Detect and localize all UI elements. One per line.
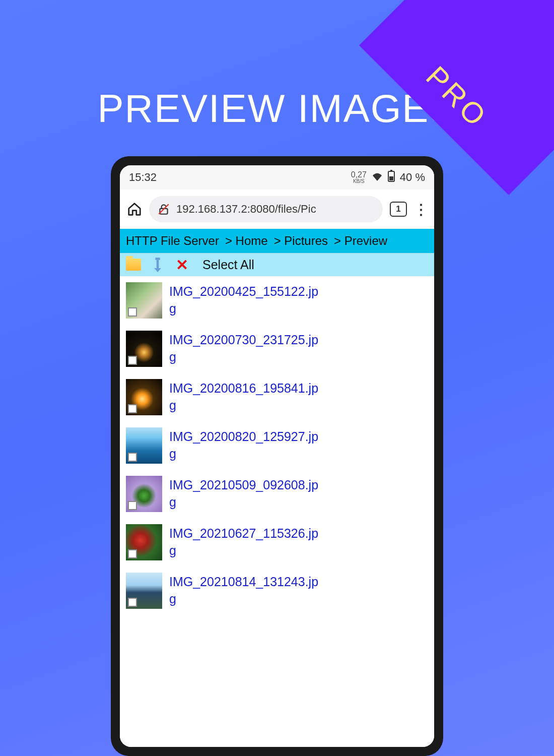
delete-icon[interactable]: ✕: [174, 257, 189, 272]
file-name-link[interactable]: IMG_20210627_115326.jpg: [169, 525, 320, 559]
file-thumbnail[interactable]: [126, 524, 162, 560]
file-row[interactable]: IMG_20200820_125927.jpg: [120, 421, 434, 470]
wifi-icon: [372, 171, 383, 184]
file-row[interactable]: IMG_20210627_115326.jpg: [120, 518, 434, 566]
file-row[interactable]: IMG_20200816_195841.jpg: [120, 373, 434, 421]
file-checkbox[interactable]: [128, 453, 137, 462]
file-name-link[interactable]: IMG_20200425_155122.jpg: [169, 283, 320, 318]
file-name-link[interactable]: IMG_20210509_092608.jpg: [169, 477, 320, 511]
file-thumbnail[interactable]: [126, 379, 162, 415]
file-checkbox[interactable]: [128, 356, 137, 365]
file-name-link[interactable]: IMG_20210814_131243.jpg: [169, 574, 320, 608]
svg-rect-2: [389, 176, 393, 180]
svg-rect-1: [390, 170, 392, 171]
file-row[interactable]: IMG_20210509_092608.jpg: [120, 470, 434, 518]
file-name-link[interactable]: IMG_20200820_125927.jpg: [169, 428, 320, 463]
breadcrumb: HTTP File Server > Home > Pictures > Pre…: [120, 229, 434, 253]
device-frame: 15:32 0,27 KB/S 40 %: [111, 156, 443, 756]
tab-count: 1: [396, 204, 400, 214]
file-row[interactable]: IMG_20210814_131243.jpg: [120, 566, 434, 615]
file-thumbnail[interactable]: [126, 427, 162, 464]
data-rate: 0,27 KB/S: [351, 171, 367, 184]
file-checkbox[interactable]: [128, 598, 137, 607]
svg-rect-5: [155, 258, 160, 260]
file-thumbnail[interactable]: [126, 331, 162, 367]
file-checkbox[interactable]: [128, 404, 137, 413]
insecure-lock-icon: [157, 203, 170, 216]
file-list: IMG_20200425_155122.jpgIMG_20200730_2317…: [120, 276, 434, 747]
url-bar[interactable]: 192.168.137.2:8080/files/Pic: [149, 196, 383, 222]
breadcrumb-root[interactable]: HTTP File Server: [126, 234, 219, 248]
home-icon[interactable]: [127, 202, 142, 217]
browser-toolbar: 192.168.137.2:8080/files/Pic 1 ⋮: [120, 190, 434, 229]
status-time: 15:32: [129, 171, 157, 184]
device-screen: 15:32 0,27 KB/S 40 %: [120, 165, 434, 747]
select-all-link[interactable]: Select All: [202, 258, 254, 272]
battery-percent: 40 %: [400, 171, 425, 184]
overflow-menu-icon[interactable]: ⋮: [414, 201, 427, 218]
file-checkbox[interactable]: [128, 307, 137, 317]
url-text: 192.168.137.2:8080/files/Pic: [176, 203, 316, 216]
file-checkbox[interactable]: [128, 501, 137, 510]
status-right: 0,27 KB/S 40 %: [351, 170, 425, 185]
file-row[interactable]: IMG_20200425_155122.jpg: [120, 276, 434, 325]
file-thumbnail[interactable]: [126, 573, 162, 609]
file-checkbox[interactable]: [128, 549, 137, 558]
file-thumbnail[interactable]: [126, 476, 162, 512]
tabs-button[interactable]: 1: [390, 202, 407, 217]
file-thumbnail[interactable]: [126, 282, 162, 319]
file-toolbar: ✕ Select All: [120, 253, 434, 276]
svg-rect-6: [157, 260, 159, 268]
breadcrumb-item-home[interactable]: > Home: [225, 234, 268, 248]
new-folder-icon[interactable]: [126, 257, 141, 272]
status-bar: 15:32 0,27 KB/S 40 %: [120, 165, 434, 190]
breadcrumb-item-pictures[interactable]: > Pictures: [274, 234, 328, 248]
file-name-link[interactable]: IMG_20200730_231725.jpg: [169, 332, 320, 366]
breadcrumb-item-preview[interactable]: > Preview: [334, 234, 387, 248]
file-row[interactable]: IMG_20200730_231725.jpg: [120, 325, 434, 373]
battery-icon: [388, 170, 395, 185]
compress-icon[interactable]: [150, 257, 165, 272]
file-name-link[interactable]: IMG_20200816_195841.jpg: [169, 380, 320, 414]
